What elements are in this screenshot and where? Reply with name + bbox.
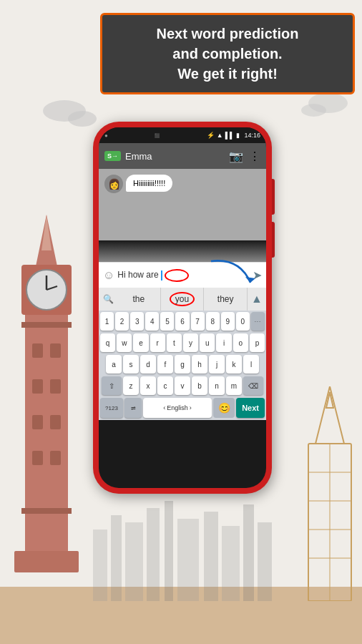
banner-line2: and completion. (172, 46, 282, 62)
key-4[interactable]: 4 (145, 312, 159, 331)
header-banner: Next word prediction and completion. We … (100, 13, 355, 94)
qwerty-row3: ⇧ z x c v b n m ⌫ (99, 375, 266, 396)
key-w[interactable]: w (117, 333, 132, 352)
big-ben-illustration (7, 200, 86, 601)
key-backspace[interactable]: ⌫ (243, 376, 263, 395)
status-icons: ⚡ ▲ ▌▌ ▮ 14:16 (207, 132, 260, 139)
key-symbols[interactable]: ?123 (100, 398, 123, 418)
key-m[interactable]: m (226, 376, 242, 395)
suggestion-you-oval: you (170, 292, 195, 306)
key-a[interactable]: a (106, 355, 122, 374)
emoji-label: 😊 (218, 402, 230, 414)
avatar-emoji: 👩 (108, 178, 120, 190)
next-label: Next (242, 404, 259, 412)
key-emoji[interactable]: 😊 (213, 398, 235, 418)
phone-volume-button (272, 179, 275, 215)
key-language-switch[interactable]: ⇌ (124, 398, 142, 418)
key-d[interactable]: d (140, 355, 156, 374)
phone-screen: ● ⬛ ⚡ ▲ ▌▌ ▮ 14:16 S→ Emma 📷 ⋮ 👩 (99, 127, 266, 488)
chat-bubble: Hiiiiiiiii!!!!! (126, 175, 172, 192)
svg-rect-6 (50, 379, 61, 394)
svg-rect-8 (50, 415, 61, 429)
svg-rect-32 (204, 512, 218, 601)
suggestion-you-text: you (175, 294, 189, 304)
cloud-right2 (301, 104, 326, 117)
key-next[interactable]: Next (236, 398, 265, 418)
banner-text: Next word prediction and completion. We … (114, 24, 341, 84)
more-icon[interactable]: ⋮ (249, 150, 260, 163)
key-9[interactable]: 9 (221, 312, 235, 331)
language-label: English (167, 404, 188, 411)
key-p[interactable]: p (250, 333, 265, 352)
svg-rect-29 (147, 508, 160, 601)
key-v[interactable]: v (175, 376, 190, 395)
svg-rect-5 (32, 379, 43, 394)
language-right-bracket: › (190, 404, 192, 411)
key-n[interactable]: n (209, 376, 225, 395)
key-1[interactable]: 1 (100, 312, 114, 331)
suggestion-the[interactable]: the (117, 288, 161, 311)
key-6[interactable]: 6 (175, 312, 189, 331)
key-3[interactable]: 3 (130, 312, 144, 331)
key-h[interactable]: h (192, 355, 207, 374)
key-space[interactable]: ‹ English › (143, 398, 212, 418)
key-s[interactable]: s (123, 355, 139, 374)
key-r[interactable]: r (150, 333, 165, 352)
key-k[interactable]: k (226, 355, 242, 374)
camera-indicator: ● (104, 132, 108, 139)
key-g[interactable]: g (175, 355, 190, 374)
right-building-illustration (301, 386, 358, 601)
key-7[interactable]: 7 (191, 312, 205, 331)
key-b[interactable]: b (192, 376, 207, 395)
logo-text: S→ (107, 152, 118, 160)
suggestion-the-text: the (132, 294, 145, 304)
arrow-annotation (204, 254, 261, 297)
suggestion-you[interactable]: you (161, 288, 205, 311)
emoji-button[interactable]: ☺ (103, 269, 114, 282)
phone-device: ● ⬛ ⚡ ▲ ▌▌ ▮ 14:16 S→ Emma 📷 ⋮ 👩 (93, 122, 272, 494)
bluetooth-icon: ⚡ (207, 132, 215, 139)
key-2[interactable]: 2 (115, 312, 129, 331)
keyboard: 1 2 3 4 5 6 7 8 9 0 ··· q w e r t y u (99, 311, 266, 420)
qwerty-row1: q w e r t y u i o p (99, 332, 266, 353)
key-o[interactable]: o (233, 333, 248, 352)
key-0[interactable]: 0 (236, 312, 250, 331)
key-i[interactable]: i (216, 333, 231, 352)
svg-rect-7 (32, 415, 43, 429)
key-l[interactable]: l (243, 355, 259, 374)
symbols-label: ?123 (105, 405, 118, 411)
app-bar: S→ Emma 📷 ⋮ (99, 143, 266, 169)
input-text: Hi how are (117, 270, 158, 280)
app-logo: S→ (104, 151, 121, 161)
app-title: Emma (125, 151, 225, 162)
time-display: 14:16 (244, 132, 260, 139)
signal-icon: ▌▌ (225, 132, 235, 139)
key-8[interactable]: 8 (206, 312, 220, 331)
video-icon[interactable]: 📷 (229, 150, 243, 163)
key-f[interactable]: f (157, 355, 173, 374)
svg-rect-31 (177, 519, 199, 601)
key-x[interactable]: x (140, 376, 156, 395)
key-5[interactable]: 5 (160, 312, 174, 331)
key-shift[interactable]: ⇧ (102, 376, 122, 395)
key-z[interactable]: z (123, 376, 139, 395)
input-cursor (161, 270, 162, 280)
key-y[interactable]: y (183, 333, 198, 352)
number-row: 1 2 3 4 5 6 7 8 9 0 ··· (99, 311, 266, 332)
key-q[interactable]: q (100, 333, 115, 352)
search-icon: 🔍 (99, 294, 117, 304)
wifi-icon: ▲ (217, 132, 223, 139)
svg-rect-3 (32, 343, 43, 358)
key-u[interactable]: u (200, 333, 215, 352)
banner-line1: Next word prediction (157, 26, 299, 42)
word-circle-annotation (165, 269, 189, 282)
svg-marker-36 (245, 277, 255, 283)
key-e[interactable]: e (133, 333, 148, 352)
cloud-left2 (68, 111, 97, 127)
key-c[interactable]: c (157, 376, 173, 395)
city-skyline (93, 487, 272, 601)
key-j[interactable]: j (209, 355, 225, 374)
language-left-bracket: ‹ (163, 404, 165, 411)
key-dots[interactable]: ··· (251, 312, 265, 331)
key-t[interactable]: t (167, 333, 182, 352)
